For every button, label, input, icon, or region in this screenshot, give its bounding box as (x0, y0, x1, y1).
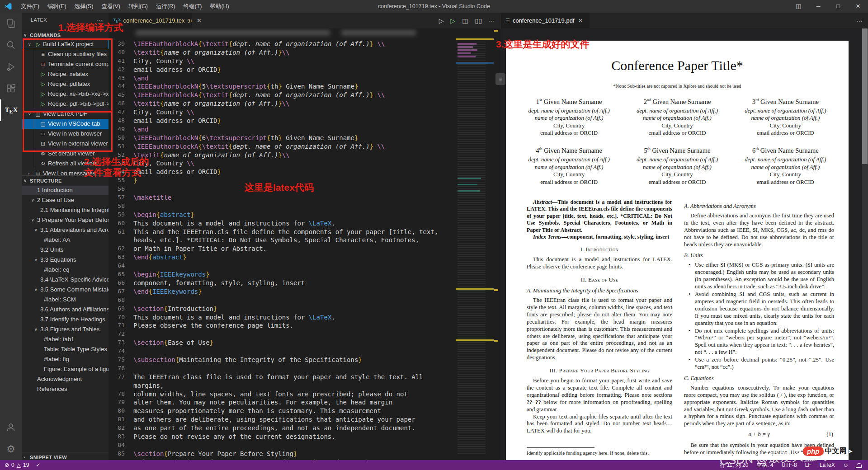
code-line[interactable]: 79alter them. You may note peculiarities… (108, 398, 456, 407)
account-icon[interactable] (0, 416, 22, 438)
command-item[interactable]: ▷Recipe: xe->bib->xe->xe (22, 89, 108, 99)
command-item[interactable]: ⚙Set default viewer (22, 149, 108, 159)
code-line[interactable]: 77The IEEEtran class file is used to for… (108, 373, 456, 381)
explorer-icon[interactable] (0, 13, 22, 34)
restore-icon[interactable]: □ (828, 0, 848, 13)
layout-toggle-icon[interactable]: ◫ (788, 0, 808, 13)
structure-item[interactable]: ∨3 Prepare Your Paper Before Styli... (22, 215, 108, 225)
notifications-bell-icon[interactable] (857, 463, 862, 467)
menu-item[interactable]: 编辑(E) (43, 0, 71, 13)
menu-item[interactable]: 文件(F) (17, 0, 43, 13)
code-line[interactable]: 52\textit{name of organization (of Aff.)… (108, 151, 456, 160)
code-line[interactable]: 84 (108, 441, 456, 450)
code-line[interactable]: 82as one part of the entire proceedings,… (108, 424, 456, 432)
command-item[interactable]: ▷Recipe: pdf->bib->pdf->pdf (22, 99, 108, 109)
structure-item[interactable]: ∨3.3 Equations (22, 255, 108, 265)
more-actions-icon[interactable]: ⋯ (489, 17, 495, 24)
code-line[interactable]: 48email address or ORCID} (108, 117, 456, 125)
structure-item[interactable]: 3.4 \LaTeX-Specific Advice (22, 275, 108, 285)
split-editor-icon[interactable]: ▯▯ (475, 17, 482, 24)
code-line[interactable]: 71Please observe the conference page lim… (108, 321, 456, 330)
menu-item[interactable]: 查看(V) (97, 0, 124, 13)
menu-item[interactable]: 转到(G) (124, 0, 152, 13)
structure-item[interactable]: Table: Table Type Styles (22, 344, 108, 354)
command-item[interactable]: ↻Refresh all viewers (22, 159, 108, 169)
code-line[interactable]: 53City, Country \\ (108, 159, 456, 168)
tab-tex[interactable]: TEX conference_101719.tex 9+ ✕ (108, 13, 192, 28)
menu-item[interactable]: 选择(S) (71, 0, 98, 13)
pdf-scrollbar-thumb[interactable] (862, 28, 868, 164)
tab-pdf[interactable]: ☰ conference_101719.pdf ✕ (501, 13, 590, 28)
command-item[interactable]: ▭View in web browser (22, 129, 108, 139)
structure-section-header[interactable]: ∨ STRUCTURE (22, 175, 108, 186)
structure-item[interactable]: #label: eq (22, 265, 108, 275)
code-line[interactable]: 74 (108, 347, 456, 356)
structure-item[interactable]: #label: AA (22, 235, 108, 245)
command-item[interactable]: ∨▷Build LaTeX project (22, 39, 108, 49)
code-line[interactable]: 65\begin{IEEEkeywords} (108, 270, 456, 279)
pdf-viewer[interactable]: Conference Paper Title* *Note: Sub-title… (500, 28, 868, 460)
tab-close-icon[interactable]: ✕ (578, 17, 583, 24)
close-icon[interactable]: ✕ (848, 0, 868, 13)
code-line[interactable]: 39\IEEEauthorblockA{\textit{dept. name o… (108, 40, 456, 48)
code-line[interactable]: 68 (108, 296, 456, 305)
code-line[interactable]: 64 (108, 262, 456, 270)
code-line[interactable]: 58 (108, 202, 456, 211)
structure-item[interactable]: ∨3.8 Figures and Tables (22, 324, 108, 334)
structure-item[interactable]: #label: SCM (22, 295, 108, 305)
pdf-scrollbar[interactable] (862, 28, 868, 460)
structure-item[interactable]: 3.2 Units (22, 245, 108, 255)
code-line[interactable]: 43\and (108, 74, 456, 83)
view-pdf-icon[interactable]: ◫ (462, 17, 468, 24)
code-line[interactable]: 62or Math in Paper Title or Abstract. (108, 244, 456, 253)
command-item[interactable]: ⊞View in external viewer (22, 139, 108, 149)
latex-workshop-icon[interactable]: TEX (0, 99, 22, 121)
commands-section-header[interactable]: ∨ COMMANDS (22, 30, 108, 40)
code-editor[interactable]: 39\IEEEauthorblockA{\textit{dept. name o… (108, 38, 456, 460)
panel-more-icon[interactable]: ⋯ (97, 13, 103, 27)
code-line[interactable]: 61This and the IEEEtran.cls file define … (108, 228, 456, 236)
warnings-count[interactable]: 19 (23, 462, 29, 468)
code-line[interactable]: 83Please do not revise any of the curren… (108, 432, 456, 441)
code-line[interactable]: 56 (108, 185, 456, 193)
code-line[interactable]: 54email address or ORCID} (108, 168, 456, 176)
run-icon[interactable]: ▷ (439, 17, 444, 24)
menu-item[interactable]: 帮助(H) (206, 0, 233, 13)
code-line[interactable]: margins, (108, 381, 456, 390)
settings-gear-icon[interactable]: ⚙ (0, 438, 22, 460)
code-line[interactable]: 76 (108, 364, 456, 373)
check-icon[interactable]: ✓ (36, 462, 40, 468)
structure-item[interactable]: References (22, 384, 108, 394)
code-line[interactable]: 55} (108, 176, 456, 185)
code-line[interactable]: 81and others are deliberate, using speci… (108, 415, 456, 424)
minimize-icon[interactable]: ─ (808, 0, 828, 13)
code-line[interactable]: 73\section{Ease of Use} (108, 338, 456, 347)
command-item[interactable]: ▷Recipe: xelatex (22, 69, 108, 79)
run-debug-icon[interactable] (0, 56, 22, 78)
structure-item[interactable]: 1 Introduction (22, 185, 108, 195)
tab-close-icon[interactable]: ✕ (197, 17, 202, 24)
code-line[interactable]: 41City, Country \\ (108, 57, 456, 66)
structure-item[interactable]: ∨2 Ease of Use (22, 195, 108, 205)
minimap[interactable] (456, 28, 494, 460)
structure-item[interactable]: ∨3.1 Abbreviations and Acronyms (22, 225, 108, 235)
extensions-icon[interactable] (0, 78, 22, 99)
command-item[interactable]: ∨◫View LaTeX PDF (22, 109, 108, 119)
command-item[interactable]: ≡Clean up auxiliary files (22, 49, 108, 59)
structure-item[interactable]: Figure: Example of a figure ca... (22, 364, 108, 374)
build-latex-icon[interactable]: ▷ (451, 17, 456, 24)
code-line[interactable]: 57\maketitle (108, 193, 456, 202)
structure-item[interactable]: Acknowledgment (22, 374, 108, 384)
structure-item[interactable]: 2.1 Maintaining the Integrity of ... (22, 205, 108, 215)
structure-item[interactable]: #label: tab1 (22, 334, 108, 344)
more-actions-icon[interactable]: ⋯ (856, 17, 863, 24)
code-line[interactable]: 75\subsection{Maintaining the Integrity … (108, 356, 456, 364)
code-line[interactable]: 85\section{Prepare Your Paper Before Sty… (108, 450, 456, 458)
code-line[interactable]: 49\and (108, 125, 456, 134)
code-line[interactable]: 80measures proportionately more than is … (108, 407, 456, 415)
menu-item[interactable]: 终端(T) (179, 0, 206, 13)
code-line[interactable]: 60This document is a model and instructi… (108, 219, 456, 228)
errors-icon[interactable]: ⊘ (5, 462, 9, 468)
code-line[interactable]: 51\IEEEauthorblockA{\textit{dept. name o… (108, 142, 456, 151)
feedback-smiley-icon[interactable]: ☺ (843, 462, 849, 468)
